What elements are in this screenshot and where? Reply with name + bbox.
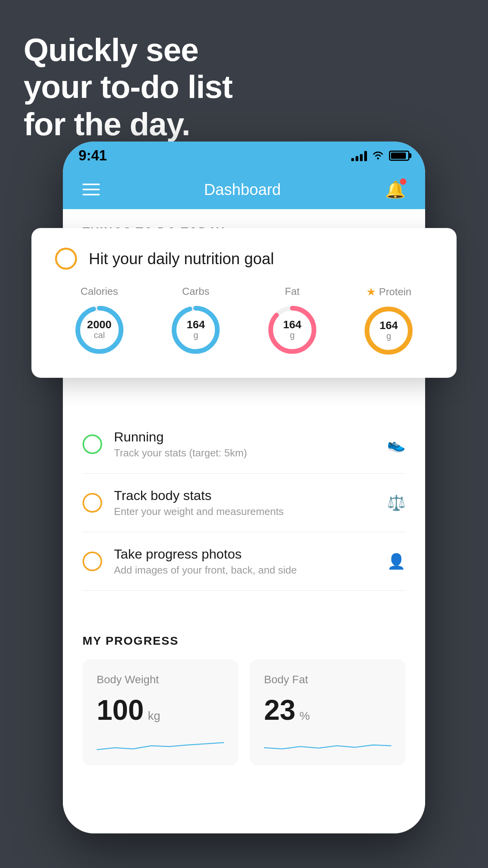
- todo-subtitle-body-stats: Enter your weight and measurements: [114, 506, 284, 518]
- todo-item-body-stats[interactable]: Track body stats Enter your weight and m…: [83, 474, 405, 532]
- app-header: Dashboard 🔔: [63, 170, 425, 209]
- scale-icon: ⚖️: [387, 494, 405, 511]
- todo-left: Running Track your stats (target: 5km): [83, 429, 247, 459]
- todo-left: Take progress photos Add images of your …: [83, 546, 297, 576]
- body-weight-chart: [97, 734, 224, 758]
- nutrition-fat: Fat 164 g: [265, 285, 320, 357]
- protein-donut: 164 g: [361, 303, 416, 358]
- todo-list: Running Track your stats (target: 5km) 👟…: [63, 415, 425, 591]
- progress-title: MY PROGRESS: [83, 634, 405, 647]
- fat-label: Fat: [285, 285, 300, 298]
- body-weight-number: 100: [97, 694, 144, 726]
- fat-donut: 164 g: [265, 302, 320, 357]
- nutrition-carbs: Carbs 164 g: [168, 285, 223, 357]
- todo-title-running: Running: [114, 429, 247, 445]
- nutrition-grid: Calories 2000 cal Carbs: [55, 285, 433, 358]
- shoe-icon: 👟: [387, 436, 405, 453]
- signal-icon: [351, 150, 367, 161]
- carbs-unit: g: [187, 330, 205, 340]
- fat-value: 164: [283, 319, 301, 330]
- status-time: 9:41: [79, 147, 107, 164]
- card-header: Hit your daily nutrition goal: [55, 248, 433, 270]
- body-fat-number: 23: [264, 694, 295, 726]
- card-circle-check: [55, 248, 77, 270]
- body-fat-card[interactable]: Body Fat 23 %: [250, 659, 405, 765]
- todo-circle-body-stats: [83, 493, 102, 513]
- star-icon: ★: [366, 285, 376, 298]
- floating-nutrition-card: Hit your daily nutrition goal Calories 2…: [31, 228, 457, 378]
- body-weight-label: Body Weight: [97, 673, 224, 686]
- protein-value: 164: [380, 320, 398, 331]
- body-fat-chart: [264, 734, 391, 758]
- todo-circle-running: [83, 434, 102, 454]
- protein-label: ★ Protein: [366, 285, 411, 298]
- calories-label: Calories: [81, 285, 118, 298]
- battery-icon: [389, 151, 409, 161]
- todo-item-photos[interactable]: Take progress photos Add images of your …: [83, 532, 405, 591]
- notification-dot: [400, 178, 406, 185]
- body-weight-value: 100 kg: [97, 694, 224, 726]
- svg-point-0: [377, 158, 379, 160]
- calories-value: 2000: [87, 319, 112, 330]
- wifi-icon: [372, 151, 384, 160]
- carbs-label: Carbs: [182, 285, 209, 298]
- status-icons: [351, 150, 409, 161]
- todo-subtitle-photos: Add images of your front, back, and side: [114, 564, 297, 576]
- hamburger-button[interactable]: [83, 184, 100, 195]
- todo-left: Track body stats Enter your weight and m…: [83, 488, 284, 518]
- body-fat-label: Body Fat: [264, 673, 391, 686]
- hero-line3: for the day.: [24, 106, 190, 142]
- body-fat-value: 23 %: [264, 694, 391, 726]
- todo-title-photos: Take progress photos: [114, 546, 297, 562]
- protein-unit: g: [380, 331, 398, 341]
- todo-subtitle-running: Track your stats (target: 5km): [114, 447, 247, 459]
- calories-unit: cal: [87, 330, 112, 340]
- todo-item-running[interactable]: Running Track your stats (target: 5km) 👟: [83, 415, 405, 474]
- body-fat-unit: %: [299, 709, 310, 723]
- body-weight-unit: kg: [148, 709, 160, 723]
- body-weight-card[interactable]: Body Weight 100 kg: [83, 659, 238, 765]
- hero-text: Quickly see your to-do list for the day.: [24, 31, 233, 143]
- hero-line2: your to-do list: [24, 69, 233, 105]
- calories-donut: 2000 cal: [72, 302, 127, 357]
- carbs-donut: 164 g: [168, 302, 223, 357]
- nutrition-calories: Calories 2000 cal: [72, 285, 127, 357]
- todo-title-body-stats: Track body stats: [114, 488, 284, 503]
- person-icon: 👤: [387, 553, 405, 570]
- header-title: Dashboard: [204, 181, 281, 199]
- todo-circle-photos: [83, 552, 102, 571]
- carbs-value: 164: [187, 319, 205, 330]
- progress-cards: Body Weight 100 kg Body Fat 23: [83, 659, 405, 765]
- status-bar: 9:41: [63, 142, 425, 170]
- card-title: Hit your daily nutrition goal: [89, 250, 274, 268]
- progress-section: MY PROGRESS Body Weight 100 kg Body: [63, 614, 425, 781]
- nutrition-protein: ★ Protein 164 g: [361, 285, 416, 358]
- fat-unit: g: [283, 330, 301, 340]
- hero-line1: Quickly see: [24, 32, 198, 68]
- notification-button[interactable]: 🔔: [385, 180, 405, 199]
